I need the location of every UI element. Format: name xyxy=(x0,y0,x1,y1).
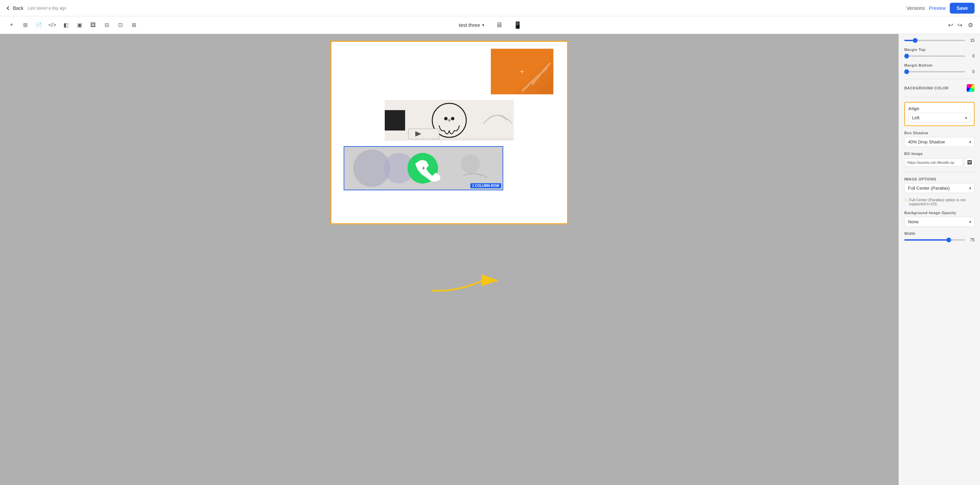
pages-icon: 📄 xyxy=(35,22,42,28)
section-icon: ▣ xyxy=(77,22,82,28)
bg-image-upload-button[interactable]: 🖼 xyxy=(964,158,975,167)
width-slider[interactable] xyxy=(904,239,965,241)
margin-bottom-row: Margin Bottom 0 xyxy=(904,63,975,74)
back-label: Back xyxy=(13,5,24,11)
more-icon: ⊞ xyxy=(132,22,136,28)
main: + xyxy=(0,34,980,485)
align-section: Align Left Center Right ▾ xyxy=(904,102,975,126)
align-label: Align xyxy=(908,106,919,111)
element-button[interactable]: ◧ xyxy=(60,19,72,31)
width-value: 75 xyxy=(968,238,975,242)
image-block-3[interactable]: + 1 COLUMN ROW xyxy=(344,146,503,190)
topbar-left: Back Last saved a day ago xyxy=(5,5,66,11)
image-block-1-inner: + xyxy=(491,49,553,94)
image-block-2[interactable]: + xyxy=(385,100,514,141)
redo-button[interactable]: ↪ xyxy=(956,20,964,30)
save-button[interactable]: Save xyxy=(950,3,975,14)
top-slider[interactable] xyxy=(904,40,965,41)
bg-color-row: BACKGROUND COLOR xyxy=(904,84,975,92)
block2-plus-icon: + xyxy=(447,116,451,124)
versions-button[interactable]: Versions xyxy=(907,5,925,11)
canvas-area[interactable]: + xyxy=(0,34,899,485)
undo-redo-group: ↩ ↪ xyxy=(947,20,964,30)
grid-button[interactable]: ⊟ xyxy=(100,19,113,31)
bg-color-swatch[interactable] xyxy=(966,84,975,92)
width-label: Width xyxy=(904,231,975,236)
block1-plus-icon: + xyxy=(520,67,524,76)
image-options-row: IMAGE OPTIONS Full Center (Parallax) Cov… xyxy=(904,177,975,193)
bg-image-row: BG Image 🖼 xyxy=(904,152,975,167)
image-block-1[interactable]: + xyxy=(491,49,554,94)
desktop-view-button[interactable]: 🖥 xyxy=(493,20,505,30)
warning-icon: ⚠ xyxy=(904,198,908,202)
add-tool-button[interactable]: + xyxy=(5,19,18,31)
svg-rect-2 xyxy=(385,110,405,131)
add-icon: + xyxy=(10,21,14,29)
bg-color-label: BACKGROUND COLOR xyxy=(904,86,948,90)
toolbar-tools: + ⊞ 📄 </> ◧ ▣ 🖼 ⊟ ⊡ ⊞ xyxy=(5,19,140,31)
margin-bottom-label: Margin Bottom xyxy=(904,63,975,67)
margin-top-value: 0 xyxy=(968,54,975,59)
margin-bottom-value: 0 xyxy=(968,69,975,74)
parallax-warning-text: Full Center (Parallax) option is not sup… xyxy=(909,198,975,206)
margin-top-slider[interactable] xyxy=(904,56,965,57)
canvas-frame: + xyxy=(330,41,568,224)
box-shadow-label: Box Shadow xyxy=(904,131,975,135)
media-button[interactable]: 🖼 xyxy=(87,19,99,31)
svg-point-13 xyxy=(461,154,480,173)
toolbar-right: ↩ ↪ ⚙ xyxy=(947,20,975,30)
right-panel: 15 Margin Top 0 Margin Bottom 0 BACKGROU… xyxy=(899,34,980,485)
toolbar-center: test three ▾ 🖥 📱 xyxy=(455,20,525,30)
bg-opacity-dropdown-row: None 10% 20% 30% 40% 50% ▾ xyxy=(904,217,975,227)
bg-image-label: BG Image xyxy=(904,152,975,156)
topbar-right: Versions Preview Save xyxy=(907,3,975,14)
svg-rect-6 xyxy=(409,129,439,139)
arrow-callout xyxy=(429,267,504,295)
bg-opacity-dropdown[interactable]: None 10% 20% 30% 40% 50% xyxy=(904,217,975,227)
preview-button[interactable]: Preview xyxy=(929,5,946,11)
mobile-view-button[interactable]: 📱 xyxy=(511,20,525,30)
back-button[interactable]: Back xyxy=(5,5,24,11)
block3-plus-icon: + xyxy=(422,164,425,172)
grid-icon: ⊟ xyxy=(105,22,109,28)
one-column-row-label: 1 COLUMN ROW xyxy=(470,183,501,188)
code-icon: </> xyxy=(48,22,56,28)
margin-bottom-slider[interactable] xyxy=(904,71,965,72)
box-shadow-row: Box Shadow None 10% Drop Shadow 20% Drop… xyxy=(904,131,975,147)
align-dropdown[interactable]: Left Center Right xyxy=(908,113,970,123)
page-name-label: test three xyxy=(459,22,480,28)
bg-opacity-row: Background Image Opacity None 10% 20% 30… xyxy=(904,211,975,227)
desktop-icon: 🖥 xyxy=(496,21,503,29)
widget-icon: ⊡ xyxy=(118,22,123,28)
element-icon: ◧ xyxy=(64,22,68,28)
toolbar: + ⊞ 📄 </> ◧ ▣ 🖼 ⊟ ⊡ ⊞ test three xyxy=(0,16,980,34)
bg-opacity-label: Background Image Opacity xyxy=(904,211,975,215)
code-button[interactable]: </> xyxy=(46,19,59,31)
image-options-dropdown[interactable]: Full Center (Parallax) Cover Tile Full W… xyxy=(904,183,975,193)
media-icon: 🖼 xyxy=(90,22,96,28)
top-slider-value: 15 xyxy=(968,38,975,43)
box-shadow-dropdown-row: None 10% Drop Shadow 20% Drop Shadow 40%… xyxy=(904,137,975,147)
more-button[interactable]: ⊞ xyxy=(128,19,140,31)
mobile-icon: 📱 xyxy=(514,21,522,29)
width-row: Width 75 xyxy=(904,231,975,242)
page-name-button[interactable]: test three ▾ xyxy=(455,21,488,29)
top-slider-row: 15 xyxy=(904,38,975,43)
arrow-svg xyxy=(429,267,504,294)
pages-button[interactable]: 📄 xyxy=(33,19,45,31)
layers-icon: ⊞ xyxy=(23,22,27,28)
align-dropdown-row: Left Center Right ▾ xyxy=(908,113,970,123)
image-options-label: IMAGE OPTIONS xyxy=(904,177,975,181)
undo-button[interactable]: ↩ xyxy=(947,20,955,30)
margin-top-row: Margin Top 0 xyxy=(904,48,975,59)
section-button[interactable]: ▣ xyxy=(73,19,86,31)
settings-button[interactable]: ⚙ xyxy=(966,20,975,30)
widget-button[interactable]: ⊡ xyxy=(114,19,126,31)
bg-image-url-input[interactable] xyxy=(904,158,963,166)
svg-point-5 xyxy=(451,117,454,120)
chevron-down-icon: ▾ xyxy=(482,23,484,27)
topbar: Back Last saved a day ago Versions Previ… xyxy=(0,0,980,16)
box-shadow-dropdown[interactable]: None 10% Drop Shadow 20% Drop Shadow 40%… xyxy=(904,137,975,147)
margin-top-label: Margin Top xyxy=(904,48,975,52)
layers-button[interactable]: ⊞ xyxy=(19,19,31,31)
